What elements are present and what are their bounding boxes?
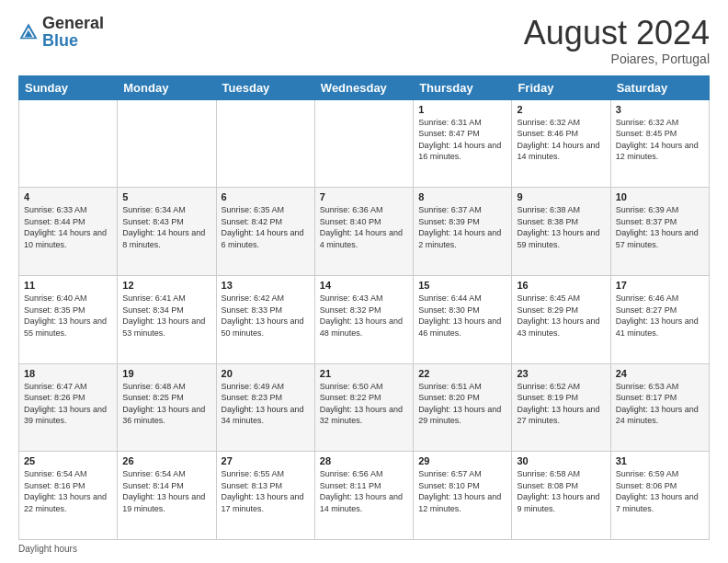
calendar-table: Sunday Monday Tuesday Wednesday Thursday… bbox=[18, 75, 710, 540]
day-number: 12 bbox=[122, 280, 210, 291]
day-number: 15 bbox=[418, 280, 506, 291]
day-number: 29 bbox=[418, 455, 506, 466]
day-cell: 15 Sunrise: 6:44 AMSunset: 8:30 PMDaylig… bbox=[414, 275, 512, 363]
day-number: 6 bbox=[222, 191, 310, 202]
header-row: Sunday Monday Tuesday Wednesday Thursday… bbox=[19, 75, 710, 99]
day-cell: 14 Sunrise: 6:43 AMSunset: 8:32 PMDaylig… bbox=[314, 275, 413, 363]
page: General Blue August 2024 Poiares, Portug… bbox=[0, 0, 728, 563]
day-number: 20 bbox=[222, 368, 310, 379]
day-cell: 23 Sunrise: 6:52 AMSunset: 8:19 PMDaylig… bbox=[512, 363, 610, 452]
day-number: 27 bbox=[222, 455, 310, 466]
day-number: 18 bbox=[24, 368, 112, 379]
day-number: 21 bbox=[320, 368, 408, 379]
day-info: Sunrise: 6:33 AMSunset: 8:44 PMDaylight:… bbox=[24, 204, 112, 250]
day-cell: 22 Sunrise: 6:51 AMSunset: 8:20 PMDaylig… bbox=[414, 363, 512, 452]
day-cell: 28 Sunrise: 6:56 AMSunset: 8:11 PMDaylig… bbox=[314, 452, 413, 540]
day-info: Sunrise: 6:37 AMSunset: 8:39 PMDaylight:… bbox=[418, 204, 506, 250]
day-cell: 5 Sunrise: 6:34 AMSunset: 8:43 PMDayligh… bbox=[118, 188, 216, 276]
day-cell: 30 Sunrise: 6:58 AMSunset: 8:08 PMDaylig… bbox=[512, 452, 610, 540]
day-number: 16 bbox=[517, 280, 605, 291]
day-number: 10 bbox=[616, 191, 704, 202]
day-number: 9 bbox=[517, 191, 605, 202]
day-cell: 6 Sunrise: 6:35 AMSunset: 8:42 PMDayligh… bbox=[216, 188, 314, 276]
day-info: Sunrise: 6:58 AMSunset: 8:08 PMDaylight:… bbox=[517, 468, 605, 514]
day-cell bbox=[216, 99, 314, 188]
day-info: Sunrise: 6:32 AMSunset: 8:46 PMDaylight:… bbox=[517, 117, 605, 163]
day-cell: 31 Sunrise: 6:59 AMSunset: 8:06 PMDaylig… bbox=[610, 452, 709, 540]
day-info: Sunrise: 6:59 AMSunset: 8:06 PMDaylight:… bbox=[616, 468, 704, 514]
col-friday: Friday bbox=[512, 75, 610, 99]
day-cell: 13 Sunrise: 6:42 AMSunset: 8:33 PMDaylig… bbox=[216, 275, 314, 363]
day-info: Sunrise: 6:38 AMSunset: 8:38 PMDaylight:… bbox=[517, 204, 605, 250]
day-number: 14 bbox=[320, 280, 408, 291]
day-info: Sunrise: 6:32 AMSunset: 8:45 PMDaylight:… bbox=[616, 117, 704, 163]
day-info: Sunrise: 6:50 AMSunset: 8:22 PMDaylight:… bbox=[320, 381, 408, 427]
day-cell: 27 Sunrise: 6:55 AMSunset: 8:13 PMDaylig… bbox=[216, 452, 314, 540]
week-row-5: 25 Sunrise: 6:54 AMSunset: 8:16 PMDaylig… bbox=[19, 452, 710, 540]
day-info: Sunrise: 6:54 AMSunset: 8:16 PMDaylight:… bbox=[24, 468, 112, 514]
day-number: 3 bbox=[616, 104, 704, 115]
day-info: Sunrise: 6:34 AMSunset: 8:43 PMDaylight:… bbox=[122, 204, 210, 250]
day-cell: 29 Sunrise: 6:57 AMSunset: 8:10 PMDaylig… bbox=[414, 452, 512, 540]
day-number: 1 bbox=[418, 104, 506, 115]
location: Poiares, Portugal bbox=[524, 52, 710, 66]
day-info: Sunrise: 6:45 AMSunset: 8:29 PMDaylight:… bbox=[517, 293, 605, 339]
day-info: Sunrise: 6:43 AMSunset: 8:32 PMDaylight:… bbox=[320, 293, 408, 339]
day-info: Sunrise: 6:56 AMSunset: 8:11 PMDaylight:… bbox=[320, 468, 408, 514]
col-sunday: Sunday bbox=[19, 75, 118, 99]
day-info: Sunrise: 6:39 AMSunset: 8:37 PMDaylight:… bbox=[616, 204, 704, 250]
col-monday: Monday bbox=[118, 75, 216, 99]
col-wednesday: Wednesday bbox=[314, 75, 413, 99]
day-info: Sunrise: 6:54 AMSunset: 8:14 PMDaylight:… bbox=[122, 468, 210, 514]
day-info: Sunrise: 6:49 AMSunset: 8:23 PMDaylight:… bbox=[222, 381, 310, 427]
day-number: 26 bbox=[122, 455, 210, 466]
day-cell: 26 Sunrise: 6:54 AMSunset: 8:14 PMDaylig… bbox=[118, 452, 216, 540]
day-info: Sunrise: 6:53 AMSunset: 8:17 PMDaylight:… bbox=[616, 381, 704, 427]
day-number: 23 bbox=[517, 368, 605, 379]
logo-general: General bbox=[42, 14, 104, 32]
week-row-4: 18 Sunrise: 6:47 AMSunset: 8:26 PMDaylig… bbox=[19, 363, 710, 452]
day-info: Sunrise: 6:31 AMSunset: 8:47 PMDaylight:… bbox=[418, 117, 506, 163]
day-cell: 11 Sunrise: 6:40 AMSunset: 8:35 PMDaylig… bbox=[19, 275, 118, 363]
logo-text: General Blue bbox=[42, 15, 104, 50]
col-saturday: Saturday bbox=[610, 75, 709, 99]
day-cell: 25 Sunrise: 6:54 AMSunset: 8:16 PMDaylig… bbox=[19, 452, 118, 540]
day-number: 31 bbox=[616, 455, 704, 466]
day-number: 11 bbox=[24, 280, 112, 291]
header: General Blue August 2024 Poiares, Portug… bbox=[18, 15, 710, 66]
logo: General Blue bbox=[18, 15, 104, 50]
day-number: 4 bbox=[24, 191, 112, 202]
day-cell bbox=[118, 99, 216, 188]
day-number: 7 bbox=[320, 191, 408, 202]
day-cell: 19 Sunrise: 6:48 AMSunset: 8:25 PMDaylig… bbox=[118, 363, 216, 452]
day-number: 25 bbox=[24, 455, 112, 466]
day-info: Sunrise: 6:36 AMSunset: 8:40 PMDaylight:… bbox=[320, 204, 408, 250]
day-info: Sunrise: 6:35 AMSunset: 8:42 PMDaylight:… bbox=[222, 204, 310, 250]
day-info: Sunrise: 6:55 AMSunset: 8:13 PMDaylight:… bbox=[222, 468, 310, 514]
day-number: 28 bbox=[320, 455, 408, 466]
day-cell bbox=[314, 99, 413, 188]
day-cell: 3 Sunrise: 6:32 AMSunset: 8:45 PMDayligh… bbox=[610, 99, 709, 188]
footer-note: Daylight hours bbox=[18, 544, 710, 554]
day-number: 22 bbox=[418, 368, 506, 379]
week-row-2: 4 Sunrise: 6:33 AMSunset: 8:44 PMDayligh… bbox=[19, 188, 710, 276]
logo-blue: Blue bbox=[42, 31, 78, 50]
title-block: August 2024 Poiares, Portugal bbox=[524, 15, 710, 66]
daylight-label: Daylight hours bbox=[18, 544, 77, 554]
col-tuesday: Tuesday bbox=[216, 75, 314, 99]
day-number: 2 bbox=[517, 104, 605, 115]
week-row-3: 11 Sunrise: 6:40 AMSunset: 8:35 PMDaylig… bbox=[19, 275, 710, 363]
day-info: Sunrise: 6:44 AMSunset: 8:30 PMDaylight:… bbox=[418, 293, 506, 339]
logo-icon bbox=[18, 22, 39, 42]
day-number: 8 bbox=[418, 191, 506, 202]
day-cell: 7 Sunrise: 6:36 AMSunset: 8:40 PMDayligh… bbox=[314, 188, 413, 276]
day-info: Sunrise: 6:42 AMSunset: 8:33 PMDaylight:… bbox=[222, 293, 310, 339]
day-number: 30 bbox=[517, 455, 605, 466]
day-cell: 21 Sunrise: 6:50 AMSunset: 8:22 PMDaylig… bbox=[314, 363, 413, 452]
day-cell bbox=[19, 99, 118, 188]
day-cell: 12 Sunrise: 6:41 AMSunset: 8:34 PMDaylig… bbox=[118, 275, 216, 363]
day-info: Sunrise: 6:51 AMSunset: 8:20 PMDaylight:… bbox=[418, 381, 506, 427]
day-info: Sunrise: 6:46 AMSunset: 8:27 PMDaylight:… bbox=[616, 293, 704, 339]
day-cell: 20 Sunrise: 6:49 AMSunset: 8:23 PMDaylig… bbox=[216, 363, 314, 452]
day-cell: 16 Sunrise: 6:45 AMSunset: 8:29 PMDaylig… bbox=[512, 275, 610, 363]
